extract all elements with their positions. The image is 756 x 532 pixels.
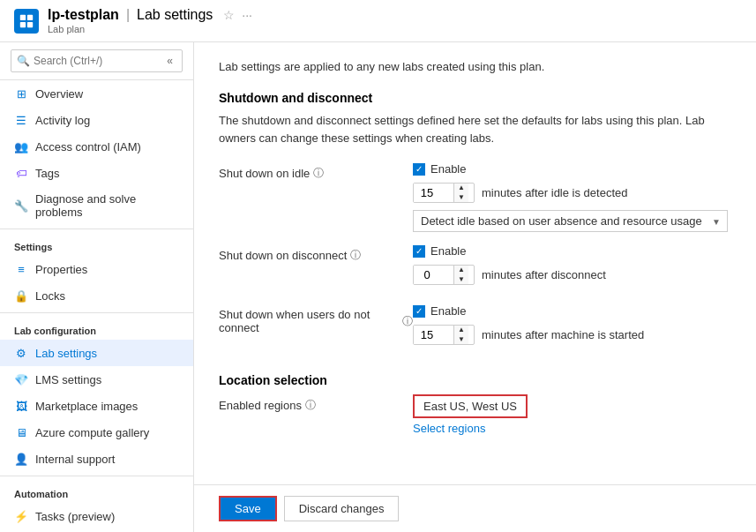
shut-down-no-connect-checkbox[interactable] bbox=[413, 305, 425, 318]
shut-down-on-idle-number-input[interactable]: 15 ▲ ▼ bbox=[413, 183, 475, 203]
access-control-icon: 👥 bbox=[14, 139, 28, 154]
shutdown-section-title: Shutdown and disconnect bbox=[219, 91, 731, 105]
shut-down-disconnect-checkbox-row: Enable bbox=[413, 244, 731, 258]
shut-down-on-idle-info-icon[interactable]: ⓘ bbox=[313, 166, 324, 181]
shut-down-no-connect-number-input[interactable]: 15 ▲ ▼ bbox=[413, 325, 475, 345]
enabled-regions-row: Enabled regions ⓘ East US, West US Selec… bbox=[219, 394, 731, 435]
sidebar-item-label: Tasks (preview) bbox=[35, 510, 115, 523]
spin-down-button[interactable]: ▼ bbox=[454, 193, 468, 203]
sidebar-item-marketplace-images[interactable]: 🖼 Marketplace images bbox=[0, 393, 193, 419]
sidebar-item-properties[interactable]: ≡ Properties bbox=[0, 256, 193, 282]
svg-rect-1 bbox=[27, 14, 33, 19]
shut-down-on-idle-minutes-input[interactable]: 15 bbox=[414, 184, 453, 202]
tasks-icon: ⚡ bbox=[14, 509, 28, 523]
shutdown-section-desc: The shutdown and disconnect settings def… bbox=[219, 112, 731, 146]
breadcrumb: Lab plan bbox=[48, 24, 252, 34]
shut-down-on-idle-minutes-row: 15 ▲ ▼ minutes after idle is detected bbox=[413, 183, 731, 203]
lab-settings-icon: ⚙ bbox=[14, 346, 28, 360]
discard-changes-button[interactable]: Discard changes bbox=[284, 496, 400, 521]
svg-rect-3 bbox=[27, 21, 33, 26]
shut-down-disconnect-number-input[interactable]: 0 ▲ ▼ bbox=[413, 265, 475, 285]
sidebar-item-tasks[interactable]: ⚡ Tasks (preview) bbox=[0, 503, 193, 529]
shut-down-no-connect-label: Shut down when users do not connect ⓘ bbox=[219, 304, 413, 334]
shut-down-disconnect-spinners: ▲ ▼ bbox=[453, 266, 468, 284]
sidebar-item-label: Diagnose and solve problems bbox=[35, 192, 179, 219]
shut-down-no-connect-after-label: minutes after machine is started bbox=[482, 328, 644, 341]
shut-down-on-idle-spinners: ▲ ▼ bbox=[453, 184, 468, 202]
page-title: Lab settings bbox=[137, 7, 213, 23]
shut-down-no-connect-minutes-input[interactable]: 15 bbox=[414, 326, 453, 344]
marketplace-images-icon: 🖼 bbox=[14, 399, 28, 413]
shut-down-no-connect-checkbox-row: Enable bbox=[413, 304, 731, 318]
sidebar-item-locks[interactable]: 🔒 Locks bbox=[0, 282, 193, 309]
sidebar-item-label: Azure compute gallery bbox=[35, 426, 149, 439]
more-options-icon[interactable]: ··· bbox=[242, 8, 252, 22]
shutdown-section: Shutdown and disconnect The shutdown and… bbox=[219, 91, 731, 352]
shut-down-no-connect-minutes-row: 15 ▲ ▼ minutes after machine is started bbox=[413, 325, 731, 345]
shut-down-disconnect-minutes-input[interactable]: 0 bbox=[414, 266, 453, 284]
shut-down-on-idle-row: Shut down on idle ⓘ Enable 15 ▲ bbox=[219, 162, 731, 232]
shut-down-on-idle-enable-label: Enable bbox=[430, 162, 466, 176]
enabled-regions-label: Enabled regions ⓘ bbox=[219, 394, 413, 413]
spin-up-button[interactable]: ▲ bbox=[454, 184, 468, 193]
spin-down-button[interactable]: ▼ bbox=[454, 275, 468, 285]
spin-down-button[interactable]: ▼ bbox=[454, 335, 468, 345]
shut-down-disconnect-checkbox[interactable] bbox=[413, 245, 425, 258]
svg-rect-0 bbox=[20, 14, 26, 19]
shut-down-disconnect-info-icon[interactable]: ⓘ bbox=[350, 248, 361, 263]
favorite-icon[interactable]: ☆ bbox=[223, 8, 235, 22]
tags-icon: 🏷 bbox=[14, 166, 28, 180]
sidebar-item-diagnose[interactable]: 🔧 Diagnose and solve problems bbox=[0, 186, 193, 225]
idle-detect-select[interactable]: Detect idle based on user absence and re… bbox=[413, 210, 728, 232]
shut-down-no-connect-enable-label: Enable bbox=[430, 304, 466, 318]
section-lab-config: Lab configuration bbox=[0, 317, 193, 340]
select-regions-link[interactable]: Select regions bbox=[413, 422, 731, 435]
spin-up-button[interactable]: ▲ bbox=[454, 266, 468, 275]
shut-down-no-connect-control: Enable 15 ▲ ▼ minutes after machine is s… bbox=[413, 304, 731, 352]
sidebar-item-label: Tags bbox=[35, 167, 59, 180]
shut-down-no-connect-info-icon[interactable]: ⓘ bbox=[402, 314, 413, 329]
sidebar-item-access-control[interactable]: 👥 Access control (IAM) bbox=[0, 133, 193, 160]
enabled-regions-control: East US, West US Select regions bbox=[413, 394, 731, 435]
spin-up-button[interactable]: ▲ bbox=[454, 326, 468, 335]
sidebar-item-label: Activity log bbox=[35, 114, 90, 127]
collapse-sidebar-button[interactable]: « bbox=[163, 53, 176, 69]
sidebar-item-internal-support[interactable]: 👤 Internal support bbox=[0, 446, 193, 472]
overview-icon: ⊞ bbox=[14, 86, 28, 101]
sidebar-item-label: Overview bbox=[35, 87, 83, 101]
lms-settings-icon: 💎 bbox=[14, 372, 28, 386]
sidebar-item-label: Properties bbox=[35, 263, 87, 276]
resource-name: lp-testplan bbox=[48, 7, 119, 23]
sidebar-item-overview[interactable]: ⊞ Overview bbox=[0, 80, 193, 107]
idle-detect-select-wrap: Detect idle based on user absence and re… bbox=[413, 210, 728, 232]
shut-down-on-idle-checkbox[interactable] bbox=[413, 163, 425, 176]
top-header: lp-testplan | Lab settings ☆ ··· Lab pla… bbox=[0, 0, 756, 42]
sidebar-item-lms-settings[interactable]: 💎 LMS settings bbox=[0, 366, 193, 393]
page-description: Lab settings are applied to any new labs… bbox=[219, 60, 731, 73]
save-button[interactable]: Save bbox=[219, 496, 277, 521]
sidebar-item-label: Marketplace images bbox=[35, 400, 138, 413]
shut-down-disconnect-minutes-row: 0 ▲ ▼ minutes after disconnect bbox=[413, 265, 731, 285]
footer-bar: Save Discard changes bbox=[194, 484, 756, 532]
header-icon bbox=[14, 9, 39, 34]
sidebar-item-label: LMS settings bbox=[35, 373, 101, 386]
sidebar-item-azure-compute[interactable]: 🖥 Azure compute gallery bbox=[0, 419, 193, 446]
search-icon: 🔍 bbox=[17, 55, 30, 67]
sidebar-item-activity-log[interactable]: ☰ Activity log bbox=[0, 107, 193, 133]
header-separator: | bbox=[126, 7, 130, 23]
main-content: Lab settings are applied to any new labs… bbox=[194, 42, 756, 484]
sidebar-item-tags[interactable]: 🏷 Tags bbox=[0, 160, 193, 186]
sidebar-item-label: Access control (IAM) bbox=[35, 140, 141, 154]
shut-down-on-disconnect-row: Shut down on disconnect ⓘ Enable 0 bbox=[219, 244, 731, 292]
sidebar-item-label: Lab settings bbox=[35, 347, 97, 360]
azure-compute-icon: 🖥 bbox=[14, 425, 28, 439]
shut-down-on-disconnect-control: Enable 0 ▲ ▼ minutes after disconnect bbox=[413, 244, 731, 292]
location-section-title: Location selection bbox=[219, 373, 731, 387]
location-section: Location selection Enabled regions ⓘ Eas… bbox=[219, 373, 731, 435]
sidebar-item-lab-settings[interactable]: ⚙ Lab settings bbox=[0, 340, 193, 366]
section-automation: Automation bbox=[0, 480, 193, 503]
enabled-regions-info-icon[interactable]: ⓘ bbox=[305, 398, 316, 413]
search-input[interactable] bbox=[34, 55, 163, 67]
shut-down-on-idle-label: Shut down on idle ⓘ bbox=[219, 162, 413, 181]
sidebar-item-label: Internal support bbox=[35, 453, 115, 466]
